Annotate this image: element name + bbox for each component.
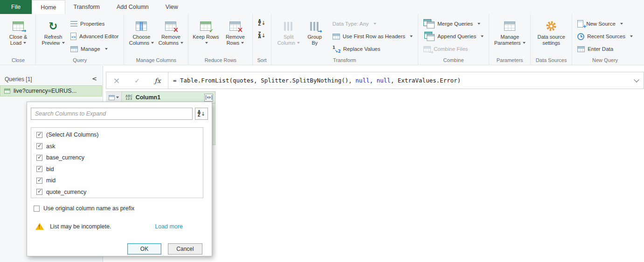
append-queries-label: Append Queries (437, 34, 476, 39)
ok-button[interactable]: OK (127, 243, 161, 255)
dropdown-caret (116, 97, 119, 98)
query-table-icon (4, 89, 10, 94)
tab-file[interactable]: File (0, 0, 32, 14)
use-first-row-as-headers-button[interactable]: Use First Row as Headers (331, 31, 415, 41)
checkbox-checked[interactable] (36, 178, 42, 184)
checkbox-checked[interactable] (36, 166, 42, 172)
commit-formula-button[interactable] (127, 72, 147, 89)
data-type-button[interactable]: Data Type: Any (331, 19, 415, 29)
group-label-combine: Combine (418, 57, 489, 63)
tab-transform[interactable]: Transform (65, 0, 109, 14)
advanced-editor-button[interactable]: Advanced Editor (69, 31, 120, 41)
keep-rows-button[interactable]: Keep Rows (192, 16, 220, 46)
keep-rows-icon (200, 18, 211, 34)
ribbon-group-sort: Sort (253, 14, 271, 65)
remove-columns-label: Remove Columns (159, 34, 180, 46)
query-list-item[interactable]: live?currency=EURUS... (0, 85, 102, 97)
ribbon-group-transform: Split Column Group By Data Type: Any Use… (271, 14, 418, 65)
sort-ascending-button[interactable] (256, 18, 267, 28)
checkbox-checked[interactable] (36, 189, 42, 195)
formula-keyword: null (377, 77, 391, 84)
choose-columns-icon (136, 18, 147, 34)
dropdown-caret (180, 42, 183, 44)
dropdown-caret (151, 42, 154, 44)
formula-input[interactable]: = Table.FromList(quotes, Splitter.SplitB… (168, 72, 630, 89)
remove-rows-button[interactable]: Remove Rows (221, 16, 249, 46)
dropdown-caret (374, 23, 376, 25)
expand-formula-bar-button[interactable] (630, 72, 644, 89)
recent-sources-label: Recent Sources (587, 34, 625, 39)
expand-column-button[interactable] (204, 94, 213, 102)
prefix-option-label: Use original column name as prefix (43, 205, 134, 212)
checkbox-checked[interactable] (36, 155, 42, 161)
queries-pane-title: Queries [1] (5, 76, 32, 83)
manage-parameters-button[interactable]: Manage Parameters (492, 16, 527, 46)
sort-columns-button[interactable] (195, 108, 208, 120)
prefix-option-row[interactable]: Use original column name as prefix (31, 205, 208, 212)
combine-files-label: Combine Files (434, 46, 468, 52)
group-label-sort: Sort (253, 57, 270, 63)
advanced-editor-icon (70, 33, 76, 40)
fx-button[interactable] (147, 72, 168, 89)
tab-add-column[interactable]: Add Column (108, 0, 157, 14)
replace-values-button[interactable]: Replace Values (331, 44, 415, 54)
group-label-parameters: Parameters (489, 57, 530, 63)
properties-button[interactable]: Properties (69, 19, 120, 29)
sort-az-icon (198, 110, 205, 117)
append-queries-button[interactable]: Append Queries (422, 31, 485, 41)
group-by-button[interactable]: Group By (304, 16, 325, 46)
column-option-quote-currency[interactable]: quote_currency (31, 186, 203, 198)
recent-sources-button[interactable]: Recent Sources (575, 31, 635, 41)
checkmark-icon (134, 77, 140, 84)
close-and-load-button[interactable]: Close & Load (4, 16, 32, 46)
checkbox-checked[interactable] (36, 143, 42, 149)
sort-descending-button[interactable] (256, 30, 267, 41)
column-option-select-all[interactable]: (Select All Columns) (31, 129, 203, 141)
remove-columns-button[interactable]: Remove Columns (157, 16, 185, 46)
ribbon: Close & Load Close Refresh Preview Prope… (0, 14, 644, 65)
choose-columns-button[interactable]: Choose Columns (127, 16, 155, 46)
gear-icon (545, 18, 557, 34)
close-and-load-label: Close & Load (9, 34, 28, 46)
tab-home[interactable]: Home (32, 0, 65, 14)
formula-bar: = Table.FromList(quotes, Splitter.SplitB… (106, 72, 644, 89)
group-label-data-sources: Data Sources (531, 57, 572, 63)
group-label-reduce-rows: Reduce Rows (188, 57, 252, 63)
advanced-editor-label: Advanced Editor (79, 34, 118, 39)
load-more-link[interactable]: Load more (155, 223, 183, 230)
cancel-formula-button[interactable] (106, 72, 127, 89)
cancel-icon (113, 76, 120, 85)
checkbox-checked[interactable] (36, 132, 42, 138)
data-source-settings-label: Data source settings (538, 34, 565, 46)
column-option-label: quote_currency (46, 189, 86, 195)
refresh-preview-button[interactable]: Refresh Preview (39, 16, 67, 46)
column-option-mid[interactable]: mid (31, 175, 203, 186)
tab-view[interactable]: View (157, 0, 187, 14)
column-option-bid[interactable]: bid (31, 164, 203, 175)
column-option-ask[interactable]: ask (31, 141, 203, 152)
enter-data-button[interactable]: Enter Data (575, 44, 635, 54)
expand-column-icon (206, 95, 212, 100)
collapse-pane-icon[interactable] (92, 75, 97, 82)
dropdown-caret (62, 42, 65, 44)
new-source-button[interactable]: New Source (575, 19, 635, 29)
formula-text: , ExtraValues.Error) (391, 77, 461, 84)
cancel-button[interactable]: Cancel (168, 243, 202, 255)
combine-files-button[interactable]: Combine Files (422, 44, 485, 54)
expand-columns-dialog: (Select All Columns) ask base_currency b… (27, 102, 212, 256)
checkbox-unchecked[interactable] (34, 206, 40, 212)
ribbon-group-parameters: Manage Parameters Parameters (489, 14, 531, 65)
merge-queries-button[interactable]: Merge Queries (422, 19, 485, 29)
data-type-label: Data Type: Any (332, 21, 369, 27)
dropdown-caret (523, 42, 526, 44)
warning-text: List may be incomplete. (50, 223, 111, 230)
column-option-base-currency[interactable]: base_currency (31, 152, 203, 164)
ribbon-group-reduce-rows: Keep Rows Remove Rows Reduce Rows (188, 14, 253, 65)
search-columns-input[interactable] (31, 108, 193, 120)
data-source-settings-button[interactable]: Data source settings (534, 16, 568, 46)
split-column-button[interactable]: Split Column (275, 16, 303, 46)
manage-button[interactable]: Manage (69, 44, 120, 54)
group-label-transform: Transform (271, 57, 418, 63)
dropdown-caret (478, 23, 480, 25)
dropdown-caret (481, 35, 484, 37)
